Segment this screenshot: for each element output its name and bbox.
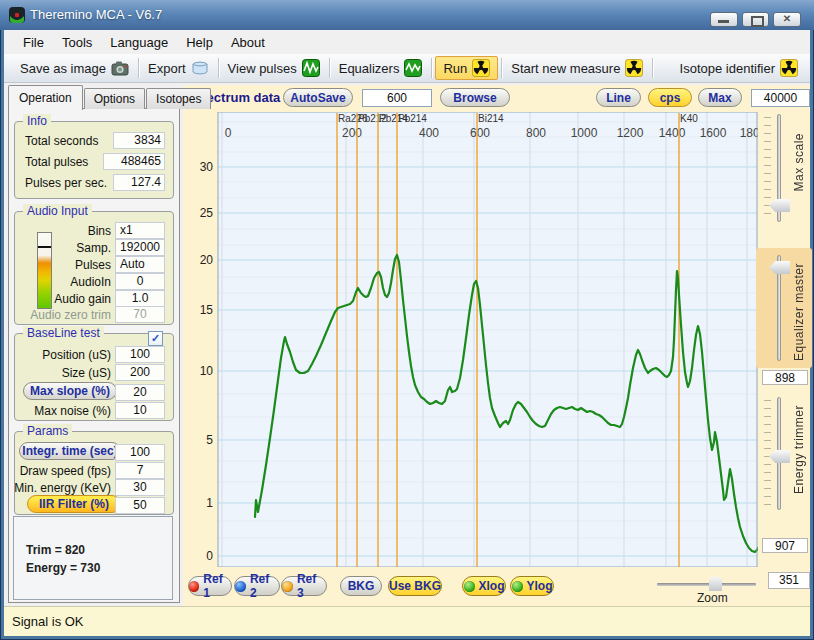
- isotope-marker-label: K40: [680, 113, 698, 124]
- y-axis-tick-label: 30: [200, 160, 214, 174]
- x-axis-tick-label: 1000: [571, 126, 598, 140]
- x-axis-tick-label: 1200: [617, 126, 644, 140]
- export-scroll-icon: [191, 59, 209, 77]
- tab-options[interactable]: Options: [84, 88, 145, 109]
- audio-gain-value[interactable]: 1.0: [115, 290, 165, 307]
- pulses-value[interactable]: Auto: [115, 256, 165, 273]
- radiation-icon: [780, 59, 798, 77]
- close-button[interactable]: ✕: [773, 12, 801, 27]
- line-button[interactable]: Line: [596, 88, 641, 107]
- audio-zero-trim-value[interactable]: 70: [115, 306, 165, 323]
- spectrum-header: Spectrum data AutoSave 600 Browse Line c…: [183, 85, 810, 111]
- browse-button[interactable]: Browse: [440, 88, 510, 107]
- bins-value[interactable]: x1: [115, 222, 165, 239]
- menu-help[interactable]: Help: [177, 32, 222, 53]
- max-button[interactable]: Max: [698, 88, 742, 107]
- menu-file[interactable]: File: [14, 32, 53, 53]
- equalizers-button[interactable]: Equalizers: [333, 57, 429, 79]
- toolbar-separator: [431, 58, 432, 78]
- max-slope-value[interactable]: 20: [115, 384, 165, 401]
- close-icon: ✕: [774, 13, 800, 24]
- export-button[interactable]: Export: [142, 57, 215, 79]
- pulses-per-sec-value[interactable]: 127.4: [113, 174, 165, 191]
- zoom-slider[interactable]: [657, 583, 756, 586]
- x-axis-tick-label: 200: [342, 126, 362, 140]
- menu-language[interactable]: Language: [101, 32, 177, 53]
- params-group-title: Params: [23, 424, 72, 438]
- file-number-input[interactable]: 600: [362, 89, 432, 107]
- menu-about[interactable]: About: [222, 32, 274, 53]
- right-slider-column: Max scale Equalizer master 898 Energy tr…: [758, 85, 810, 606]
- title-bar[interactable]: Theremino MCA - V6.7 ✕: [0, 0, 814, 30]
- isotope-identifier-button[interactable]: Isotope identifier: [674, 57, 804, 79]
- audioin-label: AudioIn: [70, 275, 111, 289]
- max-slope-button[interactable]: Max slope (%): [23, 382, 117, 400]
- samp-value[interactable]: 192000: [115, 239, 165, 256]
- green-led-icon: [512, 581, 523, 592]
- min-energy-label: Min. energy (KeV): [14, 481, 111, 495]
- audio-input-group-title: Audio Input: [23, 204, 92, 218]
- isotope-marker-label: Pb214: [398, 113, 427, 124]
- integr-time-value[interactable]: 100: [115, 444, 165, 461]
- menu-tools[interactable]: Tools: [53, 32, 101, 53]
- maximize-button[interactable]: [742, 12, 769, 27]
- integr-time-button[interactable]: Integr. time (sec): [19, 442, 121, 460]
- ref2-label: Ref 2: [250, 572, 279, 600]
- trim-energy-box: Trim = 820 Energy = 730: [13, 516, 173, 600]
- position-us-value[interactable]: 100: [115, 346, 165, 363]
- size-us-value[interactable]: 200: [115, 364, 165, 381]
- save-as-image-button[interactable]: Save as image: [14, 57, 135, 79]
- run-label: Run: [443, 61, 467, 76]
- zoom-slider-label: Zoom: [697, 591, 728, 605]
- ylog-label: Ylog: [527, 579, 553, 593]
- bins-label: Bins: [88, 224, 111, 238]
- zoom-slider-thumb[interactable]: [709, 575, 722, 591]
- use-bkg-button[interactable]: Use BKG: [388, 576, 442, 596]
- x-axis-tick-label: 0: [225, 126, 232, 140]
- ref3-button[interactable]: Ref 3: [281, 576, 327, 596]
- run-button[interactable]: Run: [435, 56, 498, 80]
- total-pulses-label: Total pulses: [25, 155, 88, 169]
- audioin-value[interactable]: 0: [115, 273, 165, 290]
- draw-speed-value[interactable]: 7: [115, 462, 165, 479]
- iir-filter-button[interactable]: IIR Filter (%): [27, 495, 121, 513]
- xlog-button[interactable]: Xlog: [462, 576, 506, 596]
- ylog-button[interactable]: Ylog: [510, 576, 554, 596]
- ref2-button[interactable]: Ref 2: [234, 576, 280, 596]
- audio-input-group: Audio Input Bins x1 Samp. 192000 Pulses …: [14, 211, 174, 325]
- ref1-button[interactable]: Ref 1: [188, 576, 232, 596]
- energy-trimmer-thumb[interactable]: [769, 450, 790, 463]
- view-pulses-button[interactable]: View pulses: [222, 57, 326, 79]
- iir-filter-value[interactable]: 50: [115, 497, 165, 514]
- toolbar-separator: [218, 58, 219, 78]
- minimize-button[interactable]: [710, 12, 738, 27]
- start-new-measure-button[interactable]: Start new measure: [505, 57, 649, 79]
- zoom-value[interactable]: 351: [768, 572, 810, 589]
- baseline-checkbox[interactable]: ✓: [148, 331, 163, 346]
- total-seconds-value[interactable]: 3834: [113, 132, 165, 149]
- y-axis-tick-label: 25: [200, 206, 214, 220]
- total-pulses-value[interactable]: 488465: [103, 153, 165, 170]
- x-axis-tick-label: 1800: [740, 126, 758, 140]
- toolbar-separator: [652, 58, 653, 78]
- max-noise-value[interactable]: 10: [115, 402, 165, 419]
- energy-trimmer-value[interactable]: 907: [762, 538, 808, 553]
- bkg-button[interactable]: BKG: [340, 576, 382, 596]
- equalizer-value[interactable]: 898: [762, 370, 808, 385]
- samp-label: Samp.: [76, 241, 111, 255]
- ref1-label: Ref 1: [203, 572, 231, 600]
- tab-isotopes[interactable]: Isotopes: [146, 88, 211, 109]
- red-led-icon: [189, 581, 199, 592]
- energy-trimmer-label: Energy trimmer: [792, 405, 806, 494]
- tab-operation[interactable]: Operation: [8, 85, 83, 110]
- autosave-button[interactable]: AutoSave: [283, 88, 353, 107]
- y-axis-tick-label: 20: [200, 253, 214, 267]
- max-scale-thumb[interactable]: [769, 199, 790, 212]
- cps-button[interactable]: cps: [648, 88, 692, 107]
- isotope-marker-label: Bi214: [478, 113, 504, 124]
- y-axis-tick-label: 1: [206, 496, 213, 510]
- max-scale-label: Max scale: [792, 133, 806, 192]
- y-axis-tick-label: 0: [206, 549, 213, 563]
- equalizers-label: Equalizers: [339, 61, 400, 76]
- min-energy-value[interactable]: 30: [115, 479, 165, 496]
